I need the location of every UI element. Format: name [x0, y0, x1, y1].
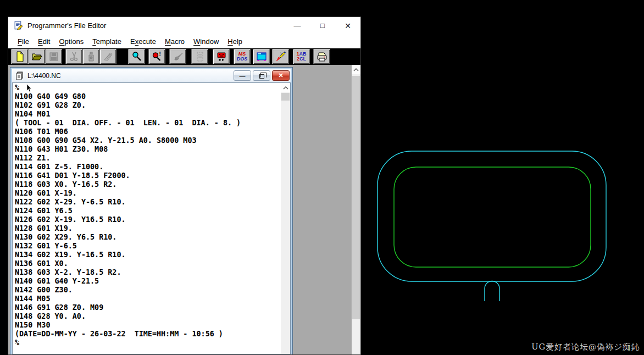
code-editor[interactable]: %N100 G40 G49 G80N102 G91 G28 Z0.N104 M0…: [13, 83, 281, 354]
scroll-up-button[interactable]: [281, 83, 290, 92]
code-line: N110 G43 H01 Z30. M08: [15, 145, 281, 154]
close-button[interactable]: ✕: [335, 17, 360, 34]
new-file-icon: [14, 51, 25, 62]
part-contour-path: [394, 167, 591, 267]
svg-text:!: !: [159, 51, 160, 57]
code-line: N124 G01 Y6.5: [15, 207, 281, 215]
macro-record-icon: [216, 51, 227, 62]
code-line: N130 G02 X29. Y6.5 R10.: [15, 233, 281, 242]
minimize-button[interactable]: —: [285, 17, 310, 34]
code-line: N128 G01 X19.: [15, 224, 281, 233]
code-line: (DATE=DD-MM-YY - 26-03-22 TIME=HH:MM - 1…: [15, 330, 281, 339]
brush-icon: [173, 51, 184, 62]
code-line: %: [15, 339, 281, 347]
code-line: N114 G01 Z-5. F1000.: [15, 163, 281, 171]
scroll-up-button[interactable]: [352, 65, 360, 74]
toolpath-plot: [361, 0, 644, 355]
code-line: N102 G91 G28 Z0.: [15, 101, 281, 110]
ms-dos-icon: MSDOS: [237, 52, 248, 62]
toolbar: ! MSDOS 1AB2CL: [8, 48, 360, 65]
doc-close-button[interactable]: ✕: [272, 70, 290, 81]
code-line: N112 Z1.: [15, 154, 281, 163]
menu-macro[interactable]: Macro: [160, 36, 189, 47]
code-line: N138 G03 X-2. Y-18.5 R2.: [15, 268, 281, 277]
ms-dos-button[interactable]: MSDOS: [234, 49, 251, 64]
dos-window-button[interactable]: [253, 49, 270, 64]
case-convert-button[interactable]: 1AB2CL: [293, 49, 310, 64]
code-line: N142 G00 Z30.: [15, 286, 281, 295]
menu-help[interactable]: Help: [223, 36, 247, 47]
code-line: N136 G01 X0.: [15, 259, 281, 268]
dos-window-icon: [256, 51, 267, 62]
menu-edit[interactable]: Edit: [34, 36, 54, 47]
code-line: %: [15, 84, 281, 92]
execute-script-button[interactable]: [272, 49, 289, 64]
find-next-button[interactable]: !: [148, 49, 165, 64]
doc-restore-button[interactable]: [253, 70, 270, 81]
code-line: N106 T01 M06: [15, 127, 281, 136]
code-line: N126 G02 X-19. Y16.5 R10.: [15, 215, 281, 224]
pen-rocket-icon: [275, 51, 286, 62]
lead-in-out-arc: [485, 281, 499, 302]
glue-bottle-icon: [86, 51, 97, 62]
code-line: N144 M05: [15, 295, 281, 303]
menu-options[interactable]: Options: [54, 36, 88, 47]
code-line: N148 G28 Y0. A0.: [15, 312, 281, 321]
document-title: L:\4400.NC: [27, 72, 232, 80]
window-title: Programmer's File Editor: [27, 21, 285, 30]
scrollbar-thumb[interactable]: [352, 76, 360, 319]
doc-minimize-button[interactable]: —: [234, 70, 251, 81]
code-line: ( TOOL - 01 DIA. OFF. - 01 LEN. - 01 DIA…: [15, 119, 281, 127]
code-line: N100 G40 G49 G80: [15, 92, 281, 101]
code-line: N132 G01 Y-6.5: [15, 242, 281, 251]
title-bar[interactable]: Programmer's File Editor — □ ✕: [8, 17, 360, 34]
paste-sheet-icon: [103, 51, 114, 62]
save-disk-icon: [48, 51, 59, 62]
scrollbar-thumb[interactable]: [281, 93, 290, 101]
code-line: N122 G02 X-29. Y-6.5 R10.: [15, 198, 281, 207]
code-line: N134 G02 X19. Y-16.5 R10.: [15, 251, 281, 259]
find-button[interactable]: [128, 49, 145, 64]
code-line: N150 M30: [15, 321, 281, 330]
replace-button[interactable]: [169, 49, 186, 64]
document-list-icon: [195, 51, 206, 62]
printer-icon: [317, 51, 327, 62]
menu-file[interactable]: File: [13, 36, 34, 47]
code-line: N120 G01 X-19.: [15, 189, 281, 198]
save-file-button[interactable]: [45, 49, 62, 64]
code-line: N140 G01 G40 Y-21.5: [15, 277, 281, 286]
document-icon: [15, 71, 24, 80]
new-file-button[interactable]: [11, 49, 28, 64]
maximize-button[interactable]: □: [310, 17, 335, 34]
code-line: N104 M01: [15, 110, 281, 119]
restore-icon: [259, 74, 264, 79]
menu-template[interactable]: Template: [88, 36, 126, 47]
mdi-client-area: L:\4400.NC — ✕ %N100 G40 G49 G80N102 G91…: [8, 65, 360, 354]
open-file-button[interactable]: [28, 49, 45, 64]
mouse-cursor-icon: [26, 84, 32, 93]
document-window: L:\4400.NC — ✕ %N100 G40 G49 G80N102 G91…: [10, 67, 293, 354]
menu-window[interactable]: Window: [189, 36, 223, 47]
app-icon: [14, 21, 23, 30]
search-icon: [131, 51, 142, 62]
open-folder-icon: [31, 51, 42, 62]
code-line: N108 G00 G90 G54 X2. Y-21.5 A0. S8000 M0…: [15, 136, 281, 145]
menu-execute[interactable]: Execute: [126, 36, 160, 47]
code-line: N118 G03 X0. Y-16.5 R2.: [15, 180, 281, 189]
scissors-icon: [69, 51, 80, 62]
code-line: N146 G91 G28 Z0. M09: [15, 303, 281, 312]
print-button[interactable]: [313, 49, 330, 64]
document-title-bar[interactable]: L:\4400.NC — ✕: [12, 69, 291, 82]
cut-button[interactable]: [65, 49, 82, 64]
copy-button[interactable]: [82, 49, 99, 64]
search-next-icon: !: [152, 51, 163, 62]
case-convert-icon: 1AB2CL: [296, 52, 306, 62]
paste-button[interactable]: [99, 49, 116, 64]
watermark: UG爱好者论坛@偽袮ジ痴鈊: [531, 342, 640, 352]
document-scrollbar[interactable]: [281, 83, 290, 354]
pfe-window: Programmer's File Editor — □ ✕ File Edit…: [8, 16, 361, 355]
window-list-button[interactable]: [191, 49, 208, 64]
macro-record-button[interactable]: [213, 49, 230, 64]
mdi-scrollbar[interactable]: [352, 65, 360, 354]
toolpath-outer-path: [377, 151, 606, 281]
